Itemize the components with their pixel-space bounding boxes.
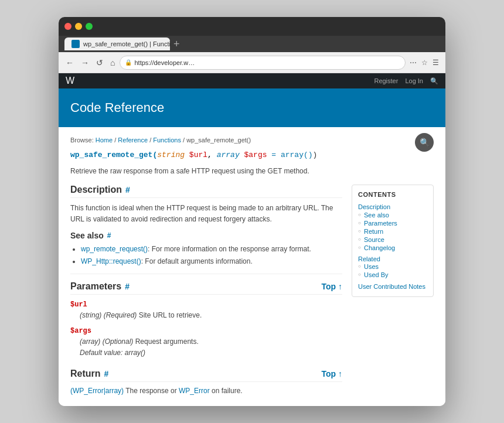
active-tab[interactable]: wp_safe_remote_get() | Functi… ✕ — [64, 37, 170, 50]
fn-name: wp_safe_remote_get( — [70, 151, 157, 159]
description-heading: Description # — [70, 185, 342, 198]
minimize-button[interactable] — [75, 23, 82, 30]
wp-admin-bar: W Register Log In 🔍 — [59, 73, 445, 88]
param-args-default: Default value: array() — [80, 349, 145, 357]
description-anchor[interactable]: # — [125, 185, 130, 195]
toc-see-also[interactable]: See also — [358, 211, 427, 219]
close-button[interactable] — [64, 23, 71, 30]
search-icon-admin[interactable]: 🔍 — [430, 77, 438, 85]
toc-used-by[interactable]: Used By — [358, 271, 427, 279]
login-link[interactable]: Log In — [405, 77, 423, 85]
param-url-name: $url — [70, 301, 342, 309]
see-also-anchor[interactable]: # — [107, 231, 111, 240]
tab-favicon — [71, 40, 80, 48]
parameters-top-link[interactable]: Top ↑ — [321, 282, 342, 291]
breadcrumb-home[interactable]: Home — [96, 137, 113, 144]
toc-return[interactable]: Return — [358, 227, 427, 236]
toc-source[interactable]: Source — [358, 236, 427, 244]
see-also-link-1[interactable]: wp_remote_request() — [81, 245, 148, 253]
page-title: Code Reference — [70, 100, 434, 115]
list-item: WP_Http::request(): For default argument… — [81, 256, 342, 267]
wp-site: W Register Log In 🔍 Code Reference 🔍 Bro… — [59, 73, 445, 406]
see-also-heading-text: See also — [70, 231, 104, 240]
register-link[interactable]: Register — [374, 77, 398, 85]
lock-icon: 🔒 — [125, 59, 132, 66]
forward-button[interactable]: → — [79, 57, 91, 69]
divider — [70, 274, 342, 274]
main-layout: Description # This function is ideal whe… — [70, 185, 434, 397]
breadcrumb: Browse: Home / Reference / Functions / w… — [70, 137, 434, 144]
param-args-description: Request arguments. — [135, 337, 199, 346]
tab-title: wp_safe_remote_get() | Functi… — [83, 40, 170, 47]
return-middle: The response or — [125, 387, 176, 395]
breadcrumb-current: wp_safe_remote_get() — [186, 137, 251, 144]
toc-related-label: Related — [358, 255, 427, 262]
search-button[interactable]: 🔍 — [415, 133, 434, 152]
home-button[interactable]: ⌂ — [108, 57, 117, 69]
wp-content: 🔍 Browse: Home / Reference / Functions /… — [59, 127, 445, 406]
fn-default: = array() — [271, 151, 312, 159]
fn-type-string: string — [157, 151, 185, 159]
function-short-desc: Retrieve the raw response from a safe HT… — [70, 167, 434, 175]
main-column: Description # This function is ideal whe… — [70, 185, 342, 397]
search-icon: 🔍 — [420, 138, 430, 147]
parameters-heading-text: Parameters — [70, 281, 121, 292]
wp-admin-links: Register Log In 🔍 — [374, 77, 438, 85]
description-heading-text: Description — [70, 185, 122, 195]
parameters-heading: Parameters # Top ↑ — [70, 281, 342, 295]
fn-close-paren: ) — [313, 151, 318, 159]
param-url-description: Site URL to retrieve. — [139, 311, 202, 319]
browser-window: wp_safe_remote_get() | Functi… ✕ + ← → ↺… — [59, 17, 445, 406]
back-button[interactable]: ← — [63, 57, 76, 69]
return-link2[interactable]: WP_Error — [179, 387, 210, 395]
toc-description[interactable]: Description — [358, 203, 427, 211]
return-heading-left: Return # — [70, 369, 108, 379]
bookmark-icon[interactable]: ☆ — [420, 57, 430, 68]
refresh-button[interactable]: ↺ — [94, 57, 105, 69]
browser-titlebar — [59, 17, 445, 36]
param-args-name: $args — [70, 327, 342, 335]
return-link1[interactable]: (WP_Error|array) — [70, 387, 124, 395]
parameters-anchor[interactable]: # — [125, 282, 130, 291]
return-end: on failure. — [212, 387, 243, 395]
tab-bar: wp_safe_remote_get() | Functi… ✕ + — [59, 36, 445, 52]
parameters-heading-left: Parameters # — [70, 281, 130, 292]
toc-uses[interactable]: Uses — [358, 262, 427, 271]
breadcrumb-functions[interactable]: Functions — [153, 137, 181, 144]
param-args-desc: (array) (Optional) Request arguments. De… — [70, 336, 342, 359]
see-also-link-2[interactable]: WP_Http::request() — [81, 257, 141, 265]
fn-type-array: array — [217, 151, 240, 159]
param-args-type: (array) (Optional) — [80, 337, 133, 346]
new-tab-button[interactable]: + — [170, 38, 183, 50]
see-also-desc-1: : For more information on the response a… — [148, 245, 311, 253]
param-url-desc: (string) (Required) Site URL to retrieve… — [70, 310, 342, 321]
address-bar[interactable]: 🔒 https://developer.w… — [120, 56, 406, 70]
function-signature: wp_safe_remote_get(string $url, array $a… — [70, 149, 434, 161]
toc-parameters[interactable]: Parameters — [358, 219, 427, 227]
see-also-desc-2: : For default arguments information. — [141, 257, 253, 265]
description-text: This function is ideal when the HTTP req… — [70, 203, 342, 225]
toolbar-extras: ⋯ ☆ ☰ — [408, 57, 441, 68]
return-top-link[interactable]: Top ↑ — [321, 369, 342, 378]
wp-header: Code Reference — [59, 88, 445, 127]
browse-label: Browse: — [70, 137, 94, 144]
extensions-icon[interactable]: ⋯ — [408, 57, 418, 68]
return-heading: Return # Top ↑ — [70, 369, 342, 382]
browser-toolbar: ← → ↺ ⌂ 🔒 https://developer.w… ⋯ ☆ ☰ — [59, 52, 445, 73]
fn-param1: $url — [189, 151, 207, 159]
toc-changelog[interactable]: Changelog — [358, 244, 427, 252]
wp-logo: W — [66, 76, 74, 86]
url-display: https://developer.w… — [134, 59, 400, 66]
maximize-button[interactable] — [86, 23, 93, 30]
breadcrumb-reference[interactable]: Reference — [118, 137, 148, 144]
return-anchor[interactable]: # — [104, 369, 109, 378]
list-item: wp_remote_request(): For more informatio… — [81, 244, 342, 254]
toc-user-notes[interactable]: User Contributed Notes — [358, 282, 427, 291]
fn-param2: $args — [244, 151, 267, 159]
see-also-heading: See also # — [70, 231, 342, 240]
toc-sidebar: CONTENTS Description See also Parameters… — [352, 185, 434, 297]
menu-icon[interactable]: ☰ — [431, 57, 441, 68]
toc-title: CONTENTS — [358, 191, 427, 198]
see-also-list: wp_remote_request(): For more informatio… — [70, 244, 342, 267]
return-heading-text: Return — [70, 369, 101, 379]
